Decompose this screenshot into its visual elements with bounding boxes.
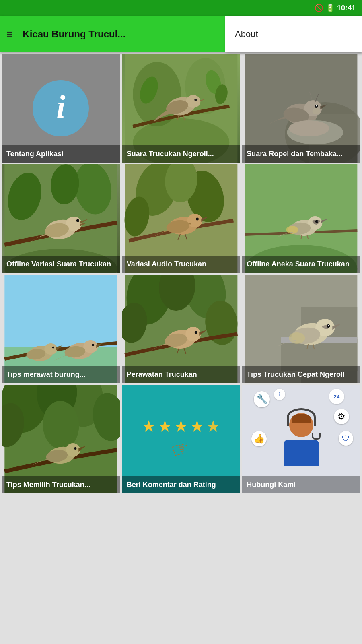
stars-display: ★ ★ ★ ★ ★ bbox=[142, 417, 220, 436]
finger-point-icon: ☞ bbox=[169, 435, 193, 463]
info-small-icon: ℹ bbox=[274, 389, 285, 400]
svg-point-85 bbox=[328, 325, 329, 326]
svg-point-20 bbox=[316, 105, 317, 107]
tile-label-tentang: Tentang Aplikasi bbox=[2, 145, 120, 163]
svg-point-32 bbox=[76, 219, 79, 222]
tile-label-suara-ngeroll: Suara Trucukan Ngeroll... bbox=[122, 145, 241, 163]
tile-label-beri-komentar: Beri Komentar dan Rating bbox=[122, 476, 241, 493]
hamburger-menu-icon[interactable]: ≡ bbox=[6, 29, 13, 40]
svg-point-87 bbox=[289, 332, 305, 344]
tile-label-offline-aneka: Offline Aneka Suara Trucukan bbox=[242, 256, 360, 273]
svg-point-64 bbox=[92, 344, 94, 346]
tile-label-tips-ngeroll: Tips Trucukan Cepat Ngeroll bbox=[242, 366, 360, 383]
svg-point-59 bbox=[44, 343, 57, 355]
status-icons: 🚫 🔋 10:41 bbox=[315, 4, 356, 12]
grid-item-tentang-aplikasi[interactable]: i Tentang Aplikasi bbox=[2, 54, 120, 163]
support-person bbox=[284, 413, 319, 466]
info-circle: i bbox=[33, 80, 89, 136]
grid-item-suara-ropel[interactable]: Suara Ropel dan Tembaka... bbox=[242, 54, 360, 163]
grid-item-tips-memilih[interactable]: Tips Memilih Trucukan... bbox=[2, 385, 120, 493]
app-bar: ≡ Kicau Burung Trucul... About bbox=[0, 16, 362, 52]
tile-label-offline-variasi: Offline Variasi Suara Trucukan bbox=[2, 256, 120, 273]
tile-label-perawatan: Perawatan Trucukan bbox=[122, 366, 241, 383]
svg-point-98 bbox=[66, 443, 80, 457]
grid-item-suara-ngeroll[interactable]: Suara Trucukan Ngeroll... bbox=[122, 54, 241, 163]
tile-label-variasi-audio: Variasi Audio Trucukan bbox=[122, 256, 241, 273]
svg-point-5 bbox=[186, 95, 200, 108]
svg-point-63 bbox=[83, 340, 98, 353]
grid-item-variasi-audio[interactable]: Variasi Audio Trucukan bbox=[122, 164, 241, 273]
battery-icon: 🔋 bbox=[326, 4, 335, 12]
grid-item-offline-aneka[interactable]: Offline Aneka Suara Trucukan bbox=[242, 164, 360, 273]
about-menu-label: About bbox=[235, 29, 258, 39]
svg-point-74 bbox=[194, 331, 197, 334]
svg-point-24 bbox=[289, 120, 329, 136]
shield-icon: 🛡 bbox=[339, 431, 353, 446]
svg-point-41 bbox=[195, 218, 198, 221]
no-signal-icon: 🚫 bbox=[315, 4, 323, 12]
svg-point-60 bbox=[52, 347, 54, 349]
gear-icon: ⚙ bbox=[334, 409, 349, 424]
grid-item-tips-ngeroll[interactable]: Tips Trucukan Cepat Ngeroll bbox=[242, 275, 360, 383]
svg-point-51 bbox=[317, 221, 318, 222]
bottom-fill bbox=[0, 495, 362, 636]
grid-item-perawatan[interactable]: Perawatan Trucukan bbox=[122, 275, 241, 383]
thumbup-icon: 👍 bbox=[251, 431, 267, 446]
svg-point-99 bbox=[74, 447, 76, 450]
tile-label-hubungi-kami: Hubungi Kami bbox=[242, 476, 360, 493]
svg-point-6 bbox=[194, 99, 197, 101]
grid-item-beri-komentar[interactable]: ★ ★ ★ ★ ★ ☞ Beri Komentar dan Rating bbox=[122, 385, 241, 493]
wrench-icon: 🔧 bbox=[254, 391, 270, 407]
status-bar: 🚫 🔋 10:41 bbox=[0, 0, 362, 16]
grid-item-offline-variasi[interactable]: Offline Variasi Suara Trucukan bbox=[2, 164, 120, 273]
svg-point-73 bbox=[185, 327, 201, 341]
tile-label-tips-memilih: Tips Memilih Trucukan... bbox=[2, 476, 120, 493]
status-time: 10:41 bbox=[337, 4, 356, 12]
content-grid: i Tentang Aplikasi bbox=[0, 52, 362, 495]
svg-point-22 bbox=[313, 108, 321, 114]
grid-item-hubungi-kami[interactable]: 🔧 ℹ 24 ⚙ 👍 🛡 bbox=[242, 385, 360, 493]
about-menu[interactable]: About bbox=[225, 16, 362, 52]
tile-label-tips-merawat: Tips merawat burung... bbox=[2, 366, 120, 383]
tile-label-suara-ropel: Suara Ropel dan Tembaka... bbox=[242, 145, 360, 163]
clock-24-icon: 24 bbox=[329, 389, 344, 404]
grid-item-tips-merawat[interactable]: Tips merawat burung... bbox=[2, 275, 120, 383]
info-icon: i bbox=[56, 89, 65, 125]
